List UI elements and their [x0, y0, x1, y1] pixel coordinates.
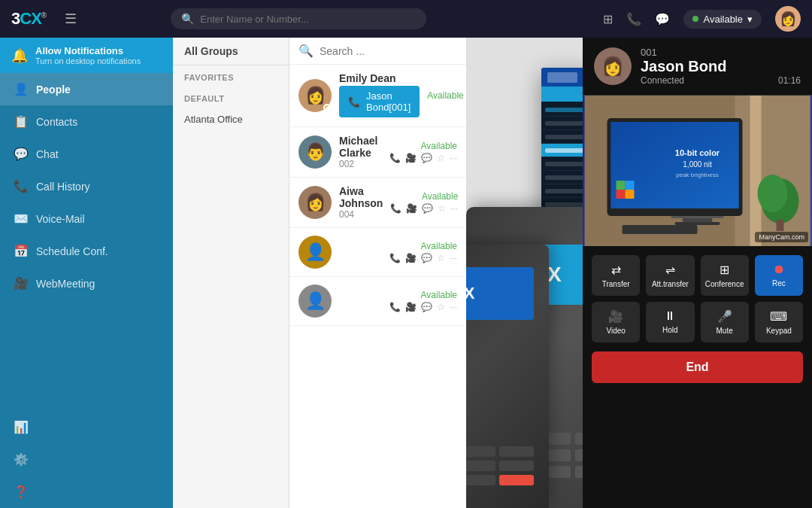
video-label: Video	[606, 327, 625, 335]
app-logo: 3CX®	[11, 9, 46, 29]
phone-icon[interactable]: 📞	[626, 12, 641, 26]
more-icon-5[interactable]: ···	[450, 302, 457, 312]
top-navbar: 3CX® ☰ 🔍 ⊞ 📞 💬 Available ▾ 👩	[0, 0, 812, 38]
transfer-icon: ⇄	[611, 263, 621, 277]
video-icon-michael[interactable]: 🎥	[405, 153, 417, 163]
star-icon-4[interactable]: ☆	[437, 253, 445, 263]
rec-button[interactable]: ⏺ Rec	[755, 255, 803, 296]
sidebar-item-schedconf[interactable]: 📅 Schedule Conf.	[0, 235, 173, 267]
contact-item-5[interactable]: 👤 Available 📞 🎥 💬 ☆ ···	[289, 277, 466, 326]
monitor-display: 10-bit color 1,000 nit peak brightness M…	[583, 96, 812, 246]
right-area: 3CX 3CX	[466, 38, 812, 508]
phone-icon-4[interactable]: 📞	[389, 253, 401, 263]
phone-icon-michael[interactable]: 📞	[389, 153, 401, 163]
transfer-button[interactable]: ⇄ Transfer	[592, 255, 640, 296]
svg-text:10-bit color: 10-bit color	[675, 148, 720, 157]
contact-item-emily[interactable]: 👩 Emily Dean 📞 Jason Bond[001] Available	[289, 65, 466, 127]
user-avatar[interactable]: 👩	[775, 6, 801, 32]
phone-icon-aiwa[interactable]: 📞	[390, 203, 401, 214]
hold-label: Hold	[662, 326, 678, 334]
star-icon-aiwa[interactable]: ☆	[438, 203, 446, 214]
contact-avatar-aiwa: 👩	[298, 186, 332, 219]
conference-icon: ⊞	[720, 263, 729, 277]
sidebar-item-contacts[interactable]: 📋 Contacts	[0, 105, 173, 138]
call-video-area: 10-bit color 1,000 nit peak brightness M…	[583, 96, 812, 246]
phone-device-right: 3CX	[466, 245, 549, 508]
more-icon-aiwa[interactable]: ···	[450, 203, 458, 214]
bell-icon: 🔔	[11, 47, 28, 64]
hold-button[interactable]: ⏸ Hold	[646, 302, 694, 342]
end-call-button[interactable]: End	[592, 351, 803, 383]
active-call-label: Jason Bond[001]	[366, 90, 411, 113]
sidebar-item-settings[interactable]: ⚙️	[0, 443, 173, 476]
manycam-badge: ManyCam.com	[755, 232, 808, 242]
sidebar-item-stats[interactable]: 📊	[0, 411, 173, 443]
avatar-emoji: 👩	[780, 11, 796, 27]
video-button[interactable]: 🎥 Video	[592, 302, 640, 342]
contact-name-aiwa: Aiwa Johnson	[339, 185, 383, 209]
controls-row-2: 🎥 Video ⏸ Hold 🎤 Mute ⌨ Keypad	[592, 302, 803, 342]
contact-info-aiwa: Aiwa Johnson 004	[332, 185, 390, 220]
star-icon-michael[interactable]: ☆	[437, 153, 445, 163]
sidebar-item-webmeeting[interactable]: 🎥 WebMeeting	[0, 267, 173, 300]
sidebar-people-label: People	[36, 84, 71, 96]
active-call-emily: 📞 Jason Bond[001]	[339, 86, 420, 117]
group-item-atlanta[interactable]: Atlanta Office	[173, 108, 289, 131]
contact-item-4[interactable]: 👤 Available 📞 🎥 💬 ☆ ···	[289, 228, 466, 277]
status-selector[interactable]: Available ▾	[683, 10, 762, 29]
chat-icon-aiwa[interactable]: 💬	[422, 203, 433, 214]
call-contact-info: 001 Jason Bond Connected 01:16	[641, 47, 801, 86]
sidebar-item-help[interactable]: ❓	[0, 476, 173, 508]
voicemail-icon: ✉️	[14, 211, 27, 226]
notification-subtitle: Turn on desktop notifications	[35, 56, 141, 65]
conference-button[interactable]: ⊞ Conference	[701, 255, 749, 296]
video-icon-4[interactable]: 🎥	[405, 253, 417, 263]
grid-icon[interactable]: ⊞	[603, 12, 613, 26]
chat-icon-4[interactable]: 💬	[421, 253, 432, 263]
contact-item-aiwa[interactable]: 👩 Aiwa Johnson 004 Available 📞 🎥 💬 ☆	[289, 178, 466, 228]
chat-icon-michael[interactable]: 💬	[421, 153, 432, 163]
video-icon-aiwa[interactable]: 🎥	[406, 203, 417, 214]
call-header: 👩 001 Jason Bond Connected 01:16	[583, 38, 812, 96]
help-icon: ❓	[14, 485, 27, 499]
sidebar-item-voicemail[interactable]: ✉️ Voice-Mail	[0, 202, 173, 235]
svg-rect-9	[617, 190, 626, 199]
sidebar-item-callhistory[interactable]: 📞 Call History	[0, 170, 173, 202]
sidebar-item-chat[interactable]: 💬 Chat	[0, 138, 173, 170]
contact-name-michael: Michael Clarke	[339, 135, 382, 159]
att-transfer-button[interactable]: ⇌ Att.transfer	[646, 255, 694, 296]
sidebar-callhistory-label: Call History	[36, 181, 90, 193]
mute-button[interactable]: 🎤 Mute	[701, 302, 749, 342]
hamburger-menu[interactable]: ☰	[65, 11, 77, 27]
phone-active-icon: 📞	[348, 96, 360, 108]
svg-rect-1	[735, 96, 810, 246]
video-icon: 🎥	[608, 309, 623, 324]
att-transfer-label: Att.transfer	[652, 280, 689, 288]
contact-actions-5: Available 📞 🎥 💬 ☆ ···	[389, 290, 457, 312]
star-icon-5[interactable]: ☆	[437, 302, 445, 312]
phone-icon-5[interactable]: 📞	[389, 302, 401, 312]
sidebar-item-people[interactable]: 👤 People	[0, 73, 173, 105]
contact-item-michael[interactable]: 👨 Michael Clarke 002 Available 📞 🎥 💬 ☆	[289, 127, 466, 178]
chat-nav-icon: 💬	[14, 147, 27, 161]
status-label: Available	[703, 14, 743, 25]
contact-status-aiwa: Available	[422, 191, 458, 202]
sidebar-chat-label: Chat	[36, 148, 59, 160]
phone-right-screen: 3CX	[466, 267, 534, 320]
more-icon-4[interactable]: ···	[450, 253, 457, 263]
phone-right-brand: 3CX	[466, 284, 474, 303]
chat-icon-5[interactable]: 💬	[421, 302, 432, 312]
chat-icon[interactable]: 💬	[655, 12, 670, 26]
keypad-icon: ⌨	[770, 309, 787, 324]
contacts-search-input[interactable]	[320, 45, 457, 57]
stats-icon: 📊	[14, 420, 27, 434]
settings-icon: ⚙️	[14, 452, 27, 467]
video-icon-5[interactable]: 🎥	[405, 302, 417, 312]
keypad-button[interactable]: ⌨ Keypad	[755, 302, 803, 342]
notification-banner[interactable]: 🔔 Allow Notifications Turn on desktop no…	[0, 38, 173, 73]
svg-rect-11	[617, 181, 626, 190]
more-icon-michael[interactable]: ···	[450, 153, 457, 163]
search-input[interactable]	[200, 14, 416, 25]
search-icon: 🔍	[181, 13, 194, 25]
chevron-down-icon: ▾	[747, 14, 753, 25]
